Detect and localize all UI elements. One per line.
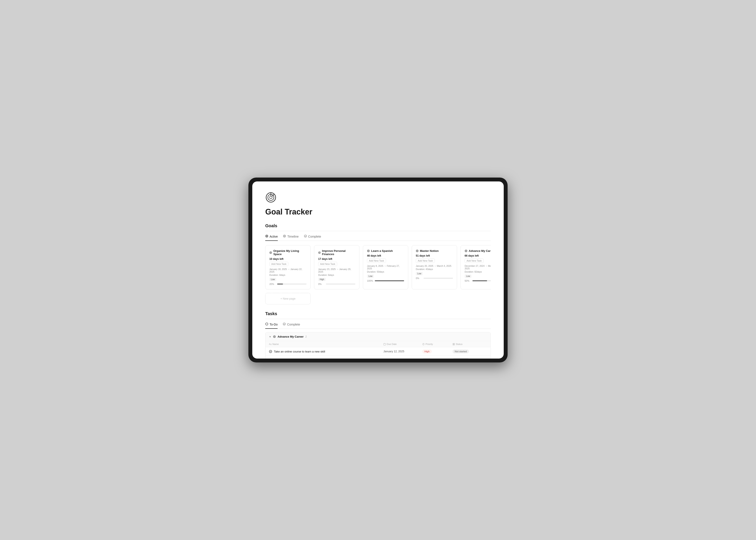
goal-card-1-add-task[interactable]: Add New Task <box>318 262 337 266</box>
task-0-1-name-text: Apply for at least five jobs or freelanc… <box>274 358 327 359</box>
task-tab-complete[interactable]: Complete <box>283 323 300 329</box>
goal-card-4-priority: Low <box>465 275 471 278</box>
goal-card-1-pct: 0% <box>318 283 324 285</box>
goal-card-4-icon <box>465 249 467 252</box>
goal-card-2-pct: 100% <box>367 280 373 282</box>
tab-active[interactable]: Active <box>265 234 278 241</box>
task-0-0-check-icon <box>269 350 272 353</box>
goal-card-4-header: Advance My Career <box>465 249 491 252</box>
goal-card-4: Advance My Career 66 days left Add New T… <box>460 245 491 289</box>
task-group-0-header: ▼ Advance My Career 2 <box>265 333 491 341</box>
svg-point-9 <box>304 235 307 237</box>
goal-card-0-progress: 20% <box>269 283 307 285</box>
goal-card-3-header: Master Notion <box>416 249 453 252</box>
screen: Goal Tracker Goals Active <box>252 182 504 358</box>
due-date-icon <box>383 343 386 345</box>
task-0-1-priority-badge: Low <box>422 358 431 358</box>
task-0-1-status-badge: In progress <box>452 358 469 358</box>
timeline-tab-icon <box>283 234 286 238</box>
goal-card-1-title: Improve Personal Finances <box>322 249 355 256</box>
goals-tabs: Active Timeline <box>265 234 491 241</box>
svg-point-14 <box>367 250 369 252</box>
goal-card-0-date: January 18, 2025 → January 22, 2025 <box>269 268 307 273</box>
col-status: Status <box>452 343 487 345</box>
goal-card-2-priority: Low <box>367 275 374 278</box>
task-tabs: To-Do Complete <box>265 323 491 329</box>
goal-card-0-add-task[interactable]: Add New Task <box>269 262 288 266</box>
goal-card-0-title: Organize My Living Space <box>273 249 307 256</box>
goal-card-0-icon <box>269 251 272 254</box>
svg-point-6 <box>266 236 267 237</box>
tab-complete[interactable]: Complete <box>304 234 321 241</box>
task-row-0-1: Apply for at least five jobs or freelanc… <box>265 355 491 358</box>
goal-card-4-progress: 50% <box>465 280 491 282</box>
goal-card-4-pct: 50% <box>465 280 471 282</box>
complete-tab-icon <box>304 234 307 238</box>
task-0-0-due: January 12, 2025 <box>383 350 422 353</box>
goal-card-3-bar <box>424 278 453 279</box>
goal-card-1-progress: 0% <box>318 283 355 285</box>
goal-card-3: Master Notion 51 days left Add New Task … <box>412 245 457 289</box>
col-name: Aa Name <box>269 343 383 345</box>
goal-card-2-fill <box>375 280 404 281</box>
svg-point-13 <box>319 252 320 253</box>
goal-card-2-progress: 100% <box>367 280 404 282</box>
goal-card-0: Organize My Living Space 10 days left Ad… <box>265 245 311 289</box>
page-icon <box>265 192 277 203</box>
svg-point-8 <box>284 236 285 237</box>
goal-card-0-header: Organize My Living Space <box>269 249 307 256</box>
complete-task-tab-icon <box>283 323 286 326</box>
svg-rect-31 <box>454 343 455 344</box>
goal-card-1-date: January 23, 2025 → January 29, 2025 <box>318 268 355 273</box>
goal-card-1: Improve Personal Finances 17 days left A… <box>314 245 359 289</box>
tab-active-label: Active <box>270 235 278 238</box>
goal-card-3-title: Master Notion <box>420 249 439 252</box>
task-tab-todo[interactable]: To-Do <box>265 323 278 329</box>
goal-card-3-pct: 0% <box>416 277 422 280</box>
svg-point-23 <box>274 336 275 337</box>
task-0-0-name-text: Take an online course to learn a new ski… <box>274 350 325 353</box>
col-name-aa: Aa <box>269 343 272 345</box>
svg-point-12 <box>318 251 320 253</box>
svg-point-5 <box>266 235 268 237</box>
tasks-section-title: Tasks <box>265 311 491 316</box>
svg-point-29 <box>423 344 424 344</box>
task-0-0-status-badge: Not started <box>452 349 469 353</box>
goal-card-3-duration: Duration: 43days <box>416 268 453 270</box>
goal-card-4-bar <box>472 280 491 281</box>
svg-point-34 <box>269 350 272 353</box>
tab-timeline[interactable]: Timeline <box>283 234 299 241</box>
svg-point-20 <box>266 323 268 325</box>
goal-card-2-icon <box>367 249 370 252</box>
goal-card-2-add-task[interactable]: Add New Task <box>367 259 386 263</box>
col-due-date: Due Date <box>383 343 422 345</box>
task-0-0-priority-badge: High <box>422 349 432 353</box>
task-group-0: ▼ Advance My Career 2 Aa Name <box>265 332 491 358</box>
goal-card-3-progress: 0% <box>416 277 453 280</box>
goal-card-2: Learn a Spanish 46 days left Add New Tas… <box>363 245 408 289</box>
task-group-0-chevron[interactable]: ▼ <box>269 336 271 338</box>
task-0-0-name: Take an online course to learn a new ski… <box>269 350 383 353</box>
goals-section: Goals Active <box>265 223 491 304</box>
task-0-1-check-icon <box>269 358 272 359</box>
new-page-card[interactable]: + New page <box>265 293 311 304</box>
task-tab-todo-label: To-Do <box>270 323 278 326</box>
goal-card-3-add-task[interactable]: Add New Task <box>416 259 435 263</box>
goal-card-4-duration: Duration: 82days <box>465 270 491 273</box>
goal-card-0-duration: Duration: 4days <box>269 274 307 276</box>
goal-card-3-date: January 20, 2025 → March 4, 2025 <box>416 265 453 267</box>
page-title: Goal Tracker <box>265 207 491 216</box>
task-row-0-0: Take an online course to learn a new ski… <box>265 347 491 355</box>
goal-card-4-add-task[interactable]: Add New Task <box>465 259 484 263</box>
task-group-0-name: Advance My Career <box>278 335 304 338</box>
todo-tab-icon <box>265 323 268 326</box>
goal-card-1-bar <box>326 284 355 285</box>
goal-card-0-bar <box>277 284 307 285</box>
goals-section-title: Goals <box>265 223 491 228</box>
svg-rect-32 <box>453 344 453 345</box>
goal-card-3-days: 51 days left <box>416 254 453 257</box>
goal-card-2-bar <box>375 280 404 281</box>
tab-complete-label: Complete <box>308 235 321 238</box>
device-frame: Goal Tracker Goals Active <box>248 178 508 362</box>
task-0-1-priority: Low <box>422 358 452 358</box>
